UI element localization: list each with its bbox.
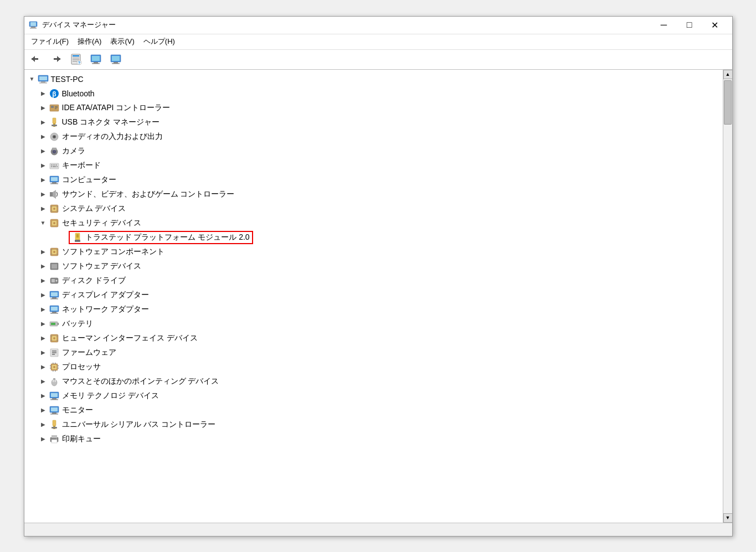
forward-button[interactable] xyxy=(47,51,65,68)
ide-toggle[interactable]: ▶ xyxy=(38,101,49,115)
svg-rect-115 xyxy=(58,365,59,367)
usb2-toggle[interactable]: ▶ xyxy=(38,417,49,432)
properties-button[interactable]: ? xyxy=(66,51,85,68)
tree-item-security[interactable]: ▼ セキュリティ デバイス xyxy=(24,216,723,230)
tree-item-softdev[interactable]: ▶ ソフトウェア デバイス xyxy=(24,259,723,274)
printer-toggle[interactable]: ▶ xyxy=(38,432,49,446)
svg-rect-10 xyxy=(73,55,79,56)
disk-label: ディスク ドライブ xyxy=(62,276,126,286)
tree-item-tpm[interactable]: トラステッド プラットフォーム モジュール 2.0 xyxy=(24,230,723,245)
menu-help[interactable]: ヘルプ(H) xyxy=(139,35,179,48)
svg-rect-22 xyxy=(114,62,118,63)
tree-item-camera[interactable]: ▶ カメラ xyxy=(24,144,723,158)
memory-toggle[interactable]: ▶ xyxy=(38,389,49,403)
menu-action[interactable]: 操作(A) xyxy=(73,35,106,48)
svg-rect-127 xyxy=(52,398,56,399)
softcomp-toggle[interactable]: ▶ xyxy=(38,245,49,259)
menu-view[interactable]: 表示(V) xyxy=(106,35,138,48)
tree-item-battery[interactable]: ▶ バッテリ xyxy=(24,317,723,331)
tree-item-softcomp[interactable]: ▶ ソフトウェア コンポーネント xyxy=(24,245,723,259)
menu-bar: ファイル(F) 操作(A) 表示(V) ヘルプ(H) xyxy=(24,34,732,50)
tree-root[interactable]: ▼ TEST-PC xyxy=(24,72,723,86)
monitor-button[interactable] xyxy=(106,51,125,68)
tree-item-printer[interactable]: ▶ 印刷キュー xyxy=(24,432,723,446)
tree-item-hid[interactable]: ▶ ヒューマン インターフェイス デバイス xyxy=(24,331,723,345)
battery-toggle[interactable]: ▶ xyxy=(38,317,49,331)
keyboard-toggle[interactable]: ▶ xyxy=(38,158,49,173)
scrollbar[interactable]: ▲ ▼ xyxy=(723,70,732,523)
monitor-label: モニター xyxy=(62,405,93,415)
camera-toggle[interactable]: ▶ xyxy=(38,144,49,158)
svg-rect-55 xyxy=(52,182,56,183)
svg-rect-37 xyxy=(52,125,57,126)
disk-icon xyxy=(49,275,60,286)
monitor-toggle[interactable]: ▶ xyxy=(38,403,49,417)
ide-label: IDE ATA/ATAPI コントローラー xyxy=(62,103,171,113)
disk-toggle[interactable]: ▶ xyxy=(38,274,49,288)
svg-rect-138 xyxy=(52,440,57,443)
svg-rect-84 xyxy=(52,264,57,269)
tree-item-mouse[interactable]: ▶ マウスとそのほかのポインティング デバイス xyxy=(24,374,723,389)
tree-item-memory[interactable]: ▶ メモリ テクノロジ デバイス xyxy=(24,389,723,403)
tree-item-bluetooth[interactable]: ▶ β Bluetooth xyxy=(24,86,723,101)
display-toggle[interactable]: ▶ xyxy=(38,288,49,302)
security-toggle[interactable]: ▼ xyxy=(38,216,49,230)
network-toggle[interactable]: ▶ xyxy=(38,302,49,317)
menu-file[interactable]: ファイル(F) xyxy=(27,35,74,48)
camera-label: カメラ xyxy=(62,146,85,156)
minimize-button[interactable]: ─ xyxy=(651,16,677,34)
usb-toggle[interactable]: ▶ xyxy=(38,115,49,130)
computer-toggle[interactable]: ▶ xyxy=(38,173,49,187)
tree-item-processor[interactable]: ▶ プロセッサ xyxy=(24,360,723,374)
system-toggle[interactable]: ▶ xyxy=(38,202,49,216)
svg-rect-89 xyxy=(51,292,58,296)
tree-item-disk[interactable]: ▶ ディスク ドライブ xyxy=(24,274,723,288)
tree-item-ide[interactable]: ▶ IDE ATA/ATAPI コントローラー xyxy=(24,101,723,115)
hid-toggle[interactable]: ▶ xyxy=(38,331,49,345)
maximize-button[interactable]: □ xyxy=(677,16,702,34)
update-driver-button[interactable] xyxy=(86,51,105,68)
tree-item-usb2[interactable]: ▶ ユニバーサル シリアル バス コントローラー xyxy=(24,417,723,432)
memory-icon xyxy=(49,390,60,401)
tree-item-firmware[interactable]: ▶ ファームウェア xyxy=(24,345,723,360)
close-button[interactable]: ✕ xyxy=(702,16,728,34)
svg-rect-23 xyxy=(112,63,120,64)
scroll-track[interactable] xyxy=(723,79,732,513)
svg-rect-54 xyxy=(51,177,58,181)
tree-item-display[interactable]: ▶ ディスプレイ アダプター xyxy=(24,288,723,302)
usb2-label: ユニバーサル シリアル バス コントローラー xyxy=(62,420,216,430)
svg-rect-63 xyxy=(56,206,58,207)
sound-icon xyxy=(49,189,60,200)
firmware-toggle[interactable]: ▶ xyxy=(38,345,49,360)
tree-item-sound[interactable]: ▶ サウンド、ビデオ、およびゲーム コントローラー xyxy=(24,187,723,202)
tree-item-network[interactable]: ▶ ネットワーク アダプター xyxy=(24,302,723,317)
sound-label: サウンド、ビデオ、およびゲーム コントローラー xyxy=(62,189,235,199)
tree-item-usb[interactable]: ▶ USB コネクタ マネージャー xyxy=(24,115,723,130)
bluetooth-toggle[interactable]: ▶ xyxy=(38,86,49,101)
svg-rect-51 xyxy=(53,166,56,167)
processor-toggle[interactable]: ▶ xyxy=(38,360,49,374)
tree-item-keyboard[interactable]: ▶ キーボード xyxy=(24,158,723,173)
tree-item-system[interactable]: ▶ システム デバイス xyxy=(24,202,723,216)
root-icon xyxy=(38,74,49,85)
softdev-toggle[interactable]: ▶ xyxy=(38,259,49,274)
root-toggle[interactable]: ▼ xyxy=(27,72,38,86)
scroll-thumb[interactable] xyxy=(724,80,732,125)
audio-label: オーディオの入力および出力 xyxy=(62,132,163,142)
scroll-up-button[interactable]: ▲ xyxy=(723,70,732,79)
back-button[interactable] xyxy=(27,51,45,68)
tree-item-computer[interactable]: ▶ コンピューター xyxy=(24,173,723,187)
window-controls: ─ □ ✕ xyxy=(651,16,728,34)
svg-rect-47 xyxy=(53,164,54,166)
mouse-toggle[interactable]: ▶ xyxy=(38,374,49,389)
svg-rect-11 xyxy=(73,58,79,59)
svg-rect-13 xyxy=(73,61,77,62)
audio-toggle[interactable]: ▶ xyxy=(38,130,49,144)
network-icon xyxy=(49,304,60,315)
scroll-down-button[interactable]: ▼ xyxy=(723,513,732,523)
tree-item-monitor[interactable]: ▶ モニター xyxy=(24,403,723,417)
tree-item-audio[interactable]: ▶ オーディオの入力および出力 xyxy=(24,130,723,144)
device-tree[interactable]: ▼ TEST-PC ▶ β xyxy=(24,70,723,523)
sound-toggle[interactable]: ▶ xyxy=(38,187,49,202)
svg-rect-109 xyxy=(52,354,55,355)
